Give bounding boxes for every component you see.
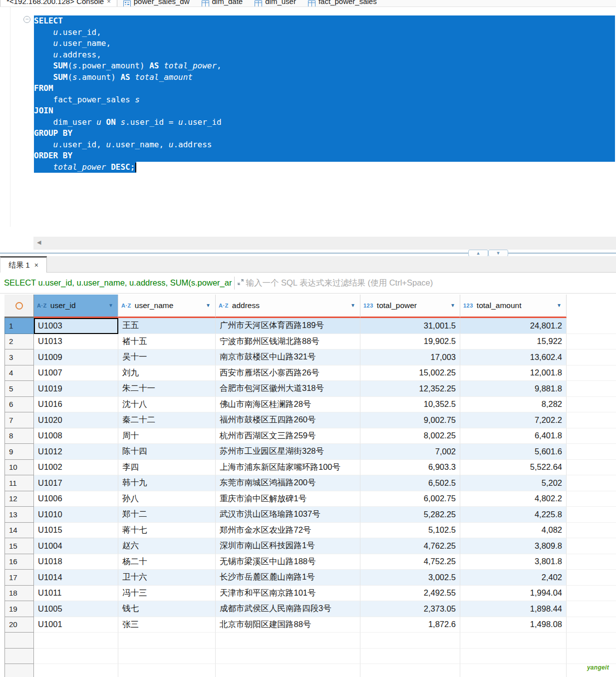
cell-total_amount[interactable] [460, 664, 567, 677]
cell-user_name[interactable] [118, 633, 216, 649]
cell-user_name[interactable]: 张三 [118, 617, 216, 633]
cell-total_amount[interactable]: 3,801.8 [460, 554, 567, 570]
row-number-cell[interactable]: 7 [4, 412, 34, 428]
cell-user_name[interactable]: 冯十三 [118, 586, 216, 602]
cell-total_power[interactable]: 7,002 [360, 444, 460, 460]
cell-user_id[interactable]: U1011 [34, 586, 118, 602]
cell-total_amount[interactable]: 5,601.6 [460, 444, 567, 460]
cell-total_power[interactable]: 2,373.05 [360, 601, 460, 617]
chevron-down-icon[interactable]: ▼ [350, 303, 355, 308]
cell-address[interactable] [216, 633, 360, 649]
cell-total_amount[interactable]: 5,522.64 [460, 460, 567, 476]
cell-address[interactable]: 南京市鼓楼区中山路321号 [216, 349, 360, 365]
cell-total_amount[interactable]: 12,001.8 [460, 365, 567, 381]
grid-corner-cell[interactable] [4, 295, 34, 318]
filter-input-placeholder[interactable]: 输入一个 SQL 表达式来过滤结果 (使用 Ctrl+Space) [246, 278, 433, 289]
cell-total_amount[interactable] [460, 633, 567, 649]
cell-user_id[interactable]: U1004 [34, 538, 118, 554]
cell-total_power[interactable] [360, 649, 460, 665]
editor-horizontal-scrollbar[interactable]: ◀ [33, 237, 616, 250]
close-icon[interactable]: × [107, 0, 111, 5]
cell-total_amount[interactable]: 15,922 [460, 334, 567, 350]
cell-user_id[interactable]: U1007 [34, 365, 118, 381]
cell-address[interactable]: 无锡市梁溪区中山路188号 [216, 554, 360, 570]
row-number-cell[interactable]: 14 [4, 523, 34, 539]
cell-address[interactable]: 上海市浦东新区陆家嘴环路100号 [216, 460, 360, 476]
cell-total_power[interactable]: 17,003 [360, 349, 460, 365]
cell-user_name[interactable]: 刘九 [118, 365, 216, 381]
cell-total_amount[interactable]: 4,082 [460, 523, 567, 539]
maximize-results-button[interactable]: ▼ [488, 250, 508, 257]
cell-user_id[interactable]: U1012 [34, 444, 118, 460]
cell-user_name[interactable]: 卫十六 [118, 570, 216, 586]
chevron-down-icon[interactable]: ▼ [206, 303, 211, 308]
cell-user_id[interactable]: U1018 [34, 554, 118, 570]
cell-total_amount[interactable]: 3,809.8 [460, 538, 567, 554]
cell-address[interactable]: 成都市武侯区人民南路四段3号 [216, 601, 360, 617]
row-number-cell[interactable]: 1 [4, 318, 34, 334]
row-number-cell[interactable]: 12 [4, 491, 34, 507]
cell-user_name[interactable]: 周十 [118, 428, 216, 444]
row-number-cell[interactable]: 8 [4, 428, 34, 444]
cell-address[interactable]: 宁波市鄞州区钱湖北路88号 [216, 334, 360, 350]
cell-user_name[interactable]: 郑十二 [118, 507, 216, 523]
column-header-user_name[interactable]: A·Zuser_name▼ [118, 295, 216, 318]
chevron-down-icon[interactable]: ▼ [557, 303, 562, 308]
cell-user_id[interactable]: U1005 [34, 601, 118, 617]
cell-user_id[interactable]: U1009 [34, 349, 118, 365]
cell-user_id[interactable]: U1010 [34, 507, 118, 523]
cell-address[interactable]: 天津市和平区南京路101号 [216, 586, 360, 602]
row-number-cell[interactable]: 20 [4, 617, 34, 633]
row-number-cell[interactable]: 16 [4, 554, 34, 570]
cell-total_amount[interactable]: 1,994.04 [460, 586, 567, 602]
cell-total_amount[interactable]: 2,402 [460, 570, 567, 586]
cell-total_amount[interactable]: 6,401.8 [460, 428, 567, 444]
row-number-cell[interactable]: 11 [4, 475, 34, 491]
cell-total_power[interactable]: 1,872.6 [360, 617, 460, 633]
cell-user_id[interactable]: U1020 [34, 412, 118, 428]
cell-address[interactable] [216, 649, 360, 665]
cell-address[interactable]: 福州市鼓楼区五四路260号 [216, 412, 360, 428]
cell-total_power[interactable] [360, 633, 460, 649]
cell-address[interactable]: 郑州市金水区农业路72号 [216, 523, 360, 539]
cell-total_power[interactable]: 19,902.5 [360, 334, 460, 350]
cell-address[interactable]: 合肥市包河区徽州大道318号 [216, 381, 360, 397]
cell-total_power[interactable]: 8,002.25 [360, 428, 460, 444]
cell-total_amount[interactable]: 1,898.44 [460, 601, 567, 617]
cell-user_name[interactable]: 杨二十 [118, 554, 216, 570]
cell-user_name[interactable]: 吴十一 [118, 349, 216, 365]
cell-address[interactable]: 西安市雁塔区小寨西路26号 [216, 365, 360, 381]
cell-total_amount[interactable]: 4,225.8 [460, 507, 567, 523]
cell-address[interactable]: 佛山市南海区桂澜路28号 [216, 397, 360, 413]
cell-user_id[interactable]: U1001 [34, 617, 118, 633]
cell-address[interactable]: 东莞市南城区鸿福路200号 [216, 475, 360, 491]
editor-tab[interactable]: dim_date [196, 0, 249, 6]
cell-total_amount[interactable]: 1,498.08 [460, 617, 567, 633]
cell-total_amount[interactable]: 9,881.8 [460, 381, 567, 397]
cell-user_name[interactable]: 钱七 [118, 601, 216, 617]
cell-user_id[interactable]: U1014 [34, 570, 118, 586]
editor-tab[interactable]: power_sales_dw [117, 0, 196, 6]
cell-total_amount[interactable]: 13,602.4 [460, 349, 567, 365]
cell-user_name[interactable]: 秦二十二 [118, 412, 216, 428]
cell-total_amount[interactable]: 7,202.2 [460, 412, 567, 428]
row-number-cell[interactable]: 18 [4, 586, 34, 602]
cell-total_power[interactable]: 5,282.25 [360, 507, 460, 523]
row-number-cell[interactable]: 6 [4, 397, 34, 413]
cell-total_power[interactable]: 10,352.5 [360, 397, 460, 413]
cell-user_name[interactable]: 韩十九 [118, 475, 216, 491]
select-all-circle-icon[interactable] [15, 302, 23, 310]
cell-address[interactable]: 杭州市西湖区文三路259号 [216, 428, 360, 444]
column-header-total_amount[interactable]: 123total_amount▼ [460, 295, 567, 318]
expand-filter-icon[interactable] [237, 278, 245, 288]
code-fold-minus-icon[interactable]: − [23, 16, 30, 23]
row-number-cell[interactable]: 4 [4, 365, 34, 381]
cell-user_id[interactable]: U1015 [34, 523, 118, 539]
cell-user_id[interactable]: U1016 [34, 397, 118, 413]
cell-user_name[interactable]: 沈十八 [118, 397, 216, 413]
cell-total_power[interactable]: 5,102.5 [360, 523, 460, 539]
cell-user_name[interactable] [118, 664, 216, 677]
cell-address[interactable]: 广州市天河区体育西路189号 [216, 318, 360, 334]
cell-user_id[interactable]: U1017 [34, 475, 118, 491]
cell-user_id[interactable] [34, 649, 118, 665]
